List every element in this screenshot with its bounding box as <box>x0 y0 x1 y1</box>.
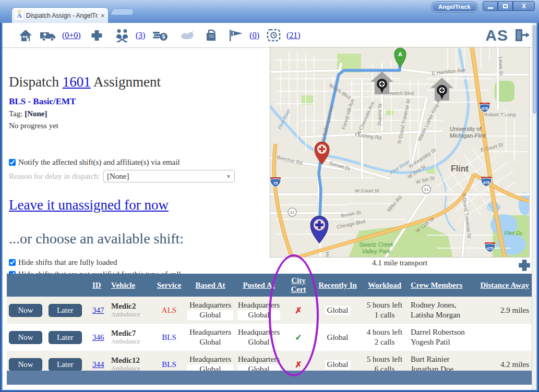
shift-id-link[interactable]: 346 <box>92 333 104 341</box>
hide-fully-loaded-checkbox[interactable] <box>9 259 16 266</box>
svg-text:Lewis St: Lewis St <box>498 57 504 76</box>
cert-no-icon: ✗ <box>295 360 302 369</box>
cert-yes-icon: ✓ <box>295 333 302 342</box>
workload-cell: 4 hours left2 calls <box>361 324 409 351</box>
crew-icon[interactable] <box>114 29 130 42</box>
tag-value: [None] <box>25 109 47 118</box>
user-initials[interactable]: AS <box>485 28 508 43</box>
assign-now-button[interactable]: Now <box>9 358 42 371</box>
recently-in-cell: Global <box>315 324 361 351</box>
available-shifts-table: ID Vehicle Service Based At Posted At Ci… <box>7 274 533 378</box>
column-header-based-at[interactable]: Based At <box>185 274 235 297</box>
home-icon[interactable] <box>19 29 32 42</box>
tab-title: Dispatch Assign - AngelTrack <box>26 12 98 19</box>
column-header-posted-at[interactable]: Posted At <box>235 274 282 297</box>
table-header-row: ID Vehicle Service Based At Posted At Ci… <box>7 274 533 297</box>
delay-reason-select[interactable]: [None] ▼ <box>103 170 235 182</box>
choose-shift-heading: ...or choose an available shift: <box>9 230 184 247</box>
column-header-crew-members[interactable]: Crew Members <box>409 274 476 297</box>
clock-count-link[interactable]: (21) <box>286 31 301 40</box>
column-header-distance-away[interactable]: Distance Away <box>476 274 533 297</box>
page-content: (0+0) (3) $ (0) (21) <box>2 23 537 390</box>
dispatch-number-link[interactable]: 1601 <box>63 74 91 90</box>
titlebar: A Dispatch Assign - AngelTrack × AngelTr… <box>0 0 539 23</box>
maximize-button[interactable] <box>498 1 513 11</box>
workload-cell: 5 hours left1 calls <box>361 297 409 324</box>
page-title: Dispatch 1601 Assignment <box>9 74 161 90</box>
vehicle-name: Medic12 <box>111 356 151 365</box>
route-map[interactable]: Welch Blvd Welch Blvd N Ballenger Hwy Fo… <box>270 47 530 258</box>
main-toolbar: (0+0) (3) $ (0) (21) <box>3 23 536 48</box>
vertical-scrollbar[interactable] <box>532 23 536 390</box>
progress-status: No progress yet <box>9 121 58 130</box>
column-header-vehicle[interactable]: Vehicle <box>109 274 153 297</box>
column-header-actions <box>7 274 90 297</box>
vehicle-name: Medic7 <box>111 329 151 338</box>
billing-icon[interactable]: $ <box>152 29 168 42</box>
app-window: A Dispatch Assign - AngelTrack × AngelTr… <box>0 0 539 392</box>
notify-checkbox[interactable] <box>9 159 16 166</box>
angeltrack-window-button[interactable]: AngelTrack <box>432 2 477 12</box>
assign-later-button[interactable]: Later <box>49 304 82 317</box>
tag-line: Tag: [None] <box>9 109 47 118</box>
svg-text:21: 21 <box>290 210 295 215</box>
route21-shield: 21 <box>422 185 430 193</box>
column-header-id[interactable]: ID <box>90 274 109 297</box>
crew-members-cell: Darrel RobertsonYogesh Patil <box>409 324 476 351</box>
assign-now-button[interactable]: Now <box>9 331 42 344</box>
service-level: BLS - Basic/EMT <box>9 96 76 107</box>
svg-text:75: 75 <box>273 181 278 186</box>
transport-distance-note: 4.1 mile transport <box>270 259 530 267</box>
svg-text:Flint Gc: Flint Gc <box>505 230 522 236</box>
table-row: Now Later 347 Medic2Ambulance ALS Headqu… <box>7 297 533 324</box>
crew-members-cell: Rodney Jones,Latisha Morgan <box>409 297 476 324</box>
svg-text:Dupont St: Dupont St <box>376 103 382 126</box>
close-button[interactable]: X <box>513 1 535 11</box>
service-level-cell: ALS <box>153 297 185 324</box>
dispatch-count-link[interactable]: (0+0) <box>62 31 81 40</box>
svg-text:Swartz Creek: Swartz Creek <box>359 241 394 248</box>
minimize-button[interactable] <box>483 1 498 11</box>
scrollbar-thumb[interactable] <box>533 25 536 114</box>
city-cert-cell: ✓ <box>282 324 315 351</box>
assign-later-button[interactable]: Later <box>49 358 82 371</box>
column-header-city-cert[interactable]: City Cert <box>282 274 315 297</box>
svg-text:Robert T Long: Robert T Long <box>484 112 516 117</box>
hide-fully-loaded-row: Hide shifts that are fully loaded <box>9 258 117 267</box>
distance-away-cell <box>476 324 533 351</box>
vehicle-type: Ambulance <box>111 338 151 346</box>
shift-id-link[interactable]: 347 <box>92 306 104 314</box>
browser-tab[interactable]: A Dispatch Assign - AngelTrack × <box>11 7 109 23</box>
leave-unassigned-link[interactable]: Leave it unassigned for now <box>9 197 169 213</box>
logout-icon[interactable] <box>513 28 530 42</box>
column-header-workload[interactable]: Workload <box>361 274 409 297</box>
assign-later-button[interactable]: Later <box>49 331 82 344</box>
lamp-icon[interactable] <box>178 30 195 41</box>
add-button[interactable] <box>518 259 531 272</box>
new-dispatch-plus-icon[interactable] <box>90 29 103 42</box>
vehicle-type: Ambulance <box>111 311 151 318</box>
service-level-cell: BLS <box>153 324 185 351</box>
cert-no-icon: ✗ <box>295 306 302 315</box>
shift-id-link[interactable]: 344 <box>92 360 104 369</box>
ambulance-icon[interactable] <box>40 29 56 42</box>
assign-now-button[interactable]: Now <box>9 304 42 317</box>
tab-close-icon[interactable]: × <box>101 12 105 19</box>
new-tab-button[interactable] <box>111 8 135 15</box>
city-cert-cell: ✗ <box>282 297 315 324</box>
svg-text:Welch Blvd: Welch Blvd <box>389 90 414 96</box>
flag-count-link[interactable]: (0) <box>249 31 259 40</box>
column-header-service[interactable]: Service <box>153 274 185 297</box>
svg-text:W Court St: W Court St <box>355 188 379 193</box>
vehicle-name: Medic2 <box>111 302 151 311</box>
clock-icon[interactable] <box>267 29 281 42</box>
maximize-icon <box>503 4 508 8</box>
svg-text:$: $ <box>162 34 165 40</box>
fuel-can-icon[interactable] <box>206 29 218 42</box>
minimize-icon <box>488 7 493 9</box>
crew-count-link[interactable]: (3) <box>136 31 146 40</box>
flag-icon[interactable] <box>228 29 244 42</box>
table-footer-bar <box>7 371 533 385</box>
table-row: Now Later 346 Medic7Ambulance BLS Headqu… <box>7 324 533 351</box>
column-header-recently-in[interactable]: Recently In <box>315 274 361 297</box>
